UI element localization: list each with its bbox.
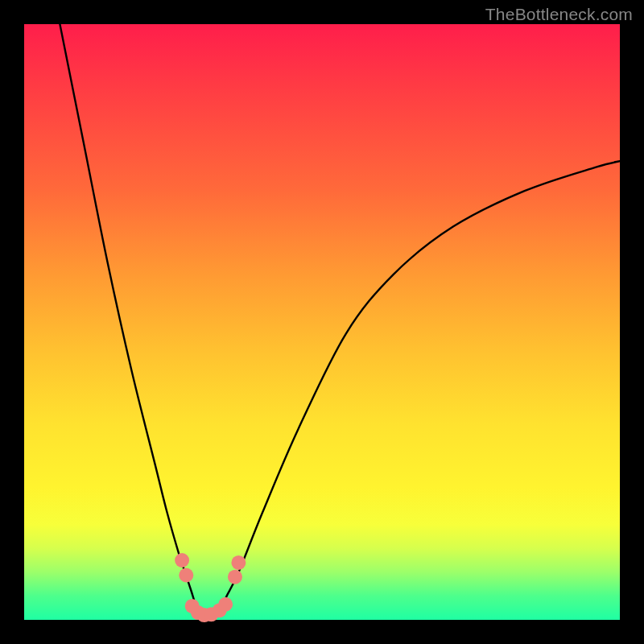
watermark-text: TheBottleneck.com: [485, 5, 633, 24]
marker-dot: [231, 555, 246, 570]
marker-dot: [228, 570, 242, 584]
marker-dot: [179, 568, 193, 583]
chart-frame: TheBottleneck.com: [0, 0, 644, 644]
highlight-dots: [175, 553, 246, 622]
plot-area: [24, 24, 620, 620]
bottleneck-curve: [60, 24, 620, 617]
marker-dot: [218, 597, 233, 612]
curve-layer: [24, 24, 620, 620]
marker-dot: [175, 553, 189, 568]
